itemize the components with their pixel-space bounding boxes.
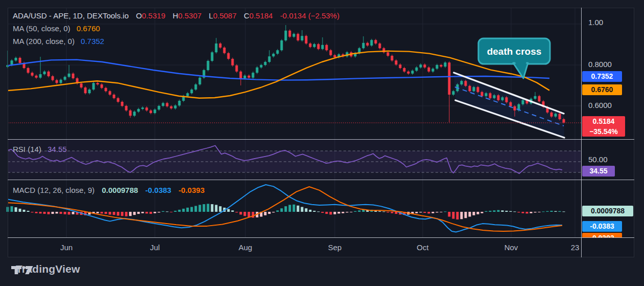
macd-line-badge: -0.0383: [582, 221, 622, 232]
ma200-label: MA (200, close, 0): [13, 37, 75, 46]
ma50-legend[interactable]: MA (50, close, 0) 0.6760: [13, 24, 339, 33]
ma200-value: 0.7352: [81, 37, 104, 46]
legend-block: ADA/USD - APE, 1D, DEXTools.io O0.5319 H…: [13, 11, 339, 50]
ma200-legend[interactable]: MA (200, close, 0) 0.7352: [13, 37, 339, 46]
price-axis[interactable]: 1.00 0.8000 0.6000 50.00 0.7352 0.6760 0…: [581, 8, 634, 257]
macd-hist-badge: 0.0009788: [582, 206, 633, 216]
macd-signal-value: -0.0393: [178, 186, 204, 194]
price-tick-080: 0.8000: [588, 60, 612, 69]
ma200-price-badge: 0.7352: [582, 71, 622, 82]
rsi-label: RSI (14): [13, 145, 41, 153]
symbol-legend[interactable]: ADA/USD - APE, 1D, DEXTools.io O0.5319 H…: [13, 11, 339, 20]
low-label: L: [209, 11, 213, 20]
rsi-value-badge: 34.55: [582, 166, 615, 177]
low-value: 0.5087: [213, 11, 237, 20]
tradingview-link[interactable]: TradingView: [11, 263, 80, 275]
time-label-nov: Nov: [504, 243, 518, 252]
macd-line-value: -0.0383: [145, 186, 171, 194]
price-tick-100: 1.00: [588, 18, 603, 27]
time-label-jul: Jul: [150, 243, 159, 252]
macd-axis-region: 0.0009788 -0.0383 -0.0393: [581, 180, 634, 237]
chart-window: death cross ADA/USD - APE, 1D, DEXTools.…: [0, 0, 644, 286]
time-label-sep: Sep: [328, 243, 342, 252]
high-value: 0.5307: [178, 11, 202, 20]
high-label: H: [173, 11, 178, 20]
rsi-value: 34.55: [48, 145, 67, 153]
time-label-oct: Oct: [417, 243, 428, 252]
close-value: 0.5184: [249, 11, 273, 20]
close-label: C: [244, 11, 249, 20]
ma50-label: MA (50, close, 0): [13, 24, 71, 33]
open-value: 0.5319: [142, 11, 166, 20]
ma50-value: 0.6760: [77, 24, 100, 33]
change-value: -0.0134 (−2.53%): [280, 11, 339, 20]
macd-signal-badge: -0.0393: [582, 233, 622, 237]
rsi-tick-50: 50.00: [588, 155, 608, 164]
symbol-title[interactable]: ADA/USD - APE, 1D, DEXTools.io: [13, 11, 129, 20]
macd-hist-value: 0.0009788: [102, 186, 138, 194]
macd-legend[interactable]: MACD (12, 26, close, 9) 0.0009788 -0.038…: [13, 186, 204, 194]
last-price-badge: 0.5184 −35.54%: [582, 116, 625, 137]
last-price-change: −35.54%: [582, 126, 625, 137]
time-label-23: 23: [571, 243, 580, 252]
rsi-legend[interactable]: RSI (14) 34.55: [13, 145, 67, 153]
death-cross-label: death cross: [487, 46, 542, 57]
macd-label: MACD (12, 26, close, 9): [13, 186, 95, 194]
open-label: O: [136, 11, 142, 20]
ma50-price-badge: 0.6760: [582, 84, 622, 95]
time-axis[interactable]: Jun Jul Aug Sep Oct Nov 23: [8, 237, 634, 257]
time-label-aug: Aug: [239, 243, 252, 252]
last-price-value: 0.5184: [582, 116, 625, 126]
time-label-jun: Jun: [60, 243, 73, 252]
tradingview-logo-icon: [11, 263, 34, 277]
price-tick-060: 0.6000: [588, 101, 612, 109]
